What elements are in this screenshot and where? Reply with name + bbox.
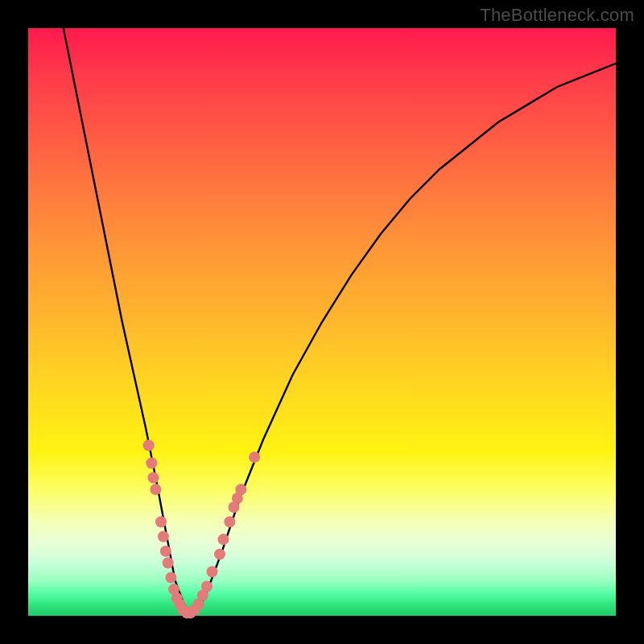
curve-marker — [155, 516, 167, 527]
curve-marker — [163, 557, 174, 568]
curve-marker — [146, 457, 157, 469]
curve-marker — [158, 531, 169, 543]
chart-overlay — [28, 28, 616, 616]
curve-marker — [160, 546, 171, 557]
curve-marker — [214, 548, 225, 559]
curve-marker — [235, 484, 246, 495]
curve-marker — [201, 581, 213, 592]
curve-marker — [224, 516, 235, 527]
curve-markers — [143, 440, 261, 618]
curve-marker — [207, 566, 218, 577]
curve-marker — [165, 572, 176, 584]
curve-marker — [150, 484, 161, 495]
curve-marker — [143, 440, 155, 451]
bottleneck-curve — [64, 28, 616, 616]
attribution-text: TheBottleneck.com — [480, 5, 634, 26]
chart-frame: TheBottleneck.com — [0, 0, 644, 644]
curve-marker — [249, 452, 260, 463]
curve-marker — [148, 473, 159, 484]
curve-marker — [217, 534, 229, 545]
